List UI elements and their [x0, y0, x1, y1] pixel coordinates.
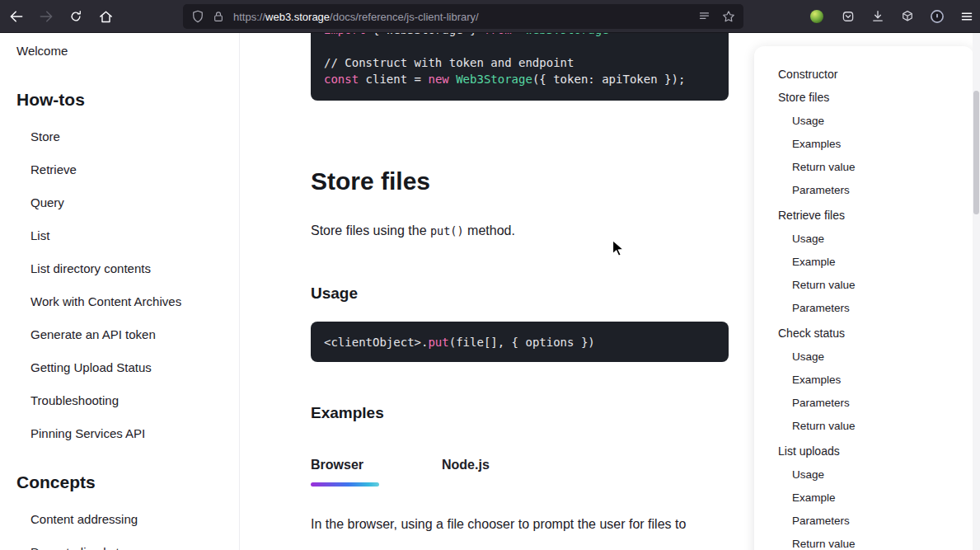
- toc-item[interactable]: Parameters: [754, 178, 973, 201]
- code-token: { Web3Storage }: [366, 33, 484, 36]
- sidebar-item-welcome[interactable]: Welcome: [0, 34, 239, 67]
- password-manager-icon[interactable]: [924, 3, 950, 30]
- pocket-icon[interactable]: [835, 3, 861, 30]
- download-icon[interactable]: [865, 3, 891, 30]
- toc-item[interactable]: Return value: [754, 532, 973, 550]
- browser-toolbar: https://web3.storage/docs/reference/js-c…: [0, 0, 980, 33]
- toc-item[interactable]: Usage: [754, 109, 973, 132]
- toc-item[interactable]: Return value: [754, 273, 973, 296]
- forward-arrow-icon: [38, 8, 54, 25]
- toc-item[interactable]: Usage: [754, 345, 973, 368]
- page-content: Welcome How-tos Store Retrieve Query Lis…: [0, 33, 980, 550]
- back-arrow-icon: [8, 8, 25, 25]
- store-files-paragraph: Store files using the put() method.: [311, 221, 515, 241]
- code-token: <clientObject>.: [324, 336, 428, 349]
- toc-item[interactable]: Parameters: [754, 296, 973, 319]
- code-comment: // Construct with token and endpoint: [324, 56, 574, 69]
- code-line: <clientObject>.put(file[], { options }): [324, 334, 715, 350]
- reload-icon: [68, 9, 83, 24]
- sidebar-item-content-addressing[interactable]: Content addressing: [0, 502, 239, 535]
- sidebar-heading-concepts: Concepts: [0, 466, 239, 499]
- toc-item[interactable]: Usage: [754, 463, 973, 486]
- page-title-store-files: Store files: [311, 167, 430, 195]
- code-block-constructor-example: import { Web3Storage } from 'web3.storag…: [311, 33, 729, 101]
- back-button[interactable]: [3, 3, 30, 30]
- toc-item[interactable]: Return value: [754, 155, 973, 178]
- toc-item[interactable]: Store files: [754, 86, 973, 109]
- toc-item[interactable]: Return value: [754, 414, 973, 437]
- extension-icon[interactable]: [804, 3, 830, 30]
- usage-heading: Usage: [311, 284, 358, 303]
- toc-item[interactable]: List uploads: [754, 440, 973, 463]
- example-tabs: Browser Node.js: [311, 456, 490, 487]
- toc-item[interactable]: Constructor: [754, 63, 973, 86]
- hamburger-menu-icon[interactable]: [954, 3, 980, 30]
- url-text: https://web3.storage/docs/reference/js-c…: [233, 11, 479, 23]
- sidebar-item-decentralized-storage[interactable]: Decentralized storage: [0, 535, 239, 550]
- home-icon: [98, 9, 114, 25]
- code-token: const: [324, 73, 359, 86]
- active-tab-underline: [311, 482, 379, 487]
- tab-browser[interactable]: Browser: [311, 456, 379, 487]
- sidebar-item-store[interactable]: Store: [0, 120, 239, 153]
- lock-icon[interactable]: [212, 10, 225, 23]
- code-token: client =: [359, 73, 428, 86]
- toc-item[interactable]: Example: [754, 250, 973, 273]
- toc-item[interactable]: Examples: [754, 368, 973, 391]
- url-bar[interactable]: https://web3.storage/docs/reference/js-c…: [183, 4, 743, 29]
- tab-nodejs[interactable]: Node.js: [442, 456, 490, 487]
- code-block-usage: <clientObject>.put(file[], { options }): [311, 322, 729, 362]
- toc-item[interactable]: Parameters: [754, 391, 973, 414]
- code-line: // Construct with token and endpoint: [324, 54, 715, 71]
- reader-mode-icon[interactable]: [697, 10, 711, 24]
- forward-button[interactable]: [33, 3, 59, 30]
- toc-item[interactable]: Check status: [754, 322, 973, 345]
- sidebar-item-work-with-content-archives[interactable]: Work with Content Archives: [0, 284, 239, 317]
- code-token: import: [324, 33, 366, 36]
- home-button[interactable]: [92, 3, 119, 30]
- scrollbar-thumb[interactable]: [973, 91, 979, 214]
- code-line-blank: [324, 38, 715, 54]
- sidebar-item-generate-api-token[interactable]: Generate an API token: [0, 317, 239, 350]
- toc-item[interactable]: Usage: [754, 227, 973, 250]
- toc-item[interactable]: Retrieve files: [754, 204, 973, 227]
- code-token: 'web3.storage': [512, 33, 616, 36]
- toc-card: Constructor Store files Usage Examples R…: [754, 46, 973, 550]
- reload-button[interactable]: [63, 3, 89, 30]
- code-line: const client = new Web3Storage({ token: …: [324, 71, 715, 87]
- cube-extension-icon[interactable]: [894, 3, 921, 30]
- code-token: new: [428, 73, 448, 86]
- tracking-shield-icon[interactable]: [190, 9, 205, 24]
- code-token: Web3Storage: [449, 73, 532, 86]
- sidebar-item-pinning-services-api[interactable]: Pinning Services API: [0, 416, 239, 449]
- browser-tab-paragraph: In the browser, using a file chooser to …: [311, 515, 686, 534]
- bookmark-star-icon[interactable]: [721, 9, 736, 24]
- code-token: ({ token: apiToken });: [532, 73, 685, 86]
- code-token: from: [484, 33, 512, 36]
- sidebar-item-troubleshooting[interactable]: Troubleshooting: [0, 383, 239, 416]
- toc-item[interactable]: Example: [754, 486, 973, 509]
- examples-heading: Examples: [311, 404, 384, 422]
- sidebar-item-getting-upload-status[interactable]: Getting Upload Status: [0, 350, 239, 383]
- sidebar-item-list-directory-contents[interactable]: List directory contents: [0, 251, 239, 284]
- sidebar-item-list[interactable]: List: [0, 219, 239, 251]
- sidebar-item-query[interactable]: Query: [0, 186, 239, 219]
- inline-code-put: put(): [430, 224, 464, 237]
- sidebar-item-retrieve[interactable]: Retrieve: [0, 153, 239, 186]
- toc-item[interactable]: Examples: [754, 132, 973, 155]
- docs-sidebar: Welcome How-tos Store Retrieve Query Lis…: [0, 33, 240, 550]
- code-token: (file[], { options }): [449, 336, 595, 349]
- page-scrollbar[interactable]: [973, 33, 980, 550]
- code-token: put: [428, 336, 448, 349]
- sidebar-heading-how-tos: How-tos: [0, 83, 239, 116]
- toc-item[interactable]: Parameters: [754, 509, 973, 532]
